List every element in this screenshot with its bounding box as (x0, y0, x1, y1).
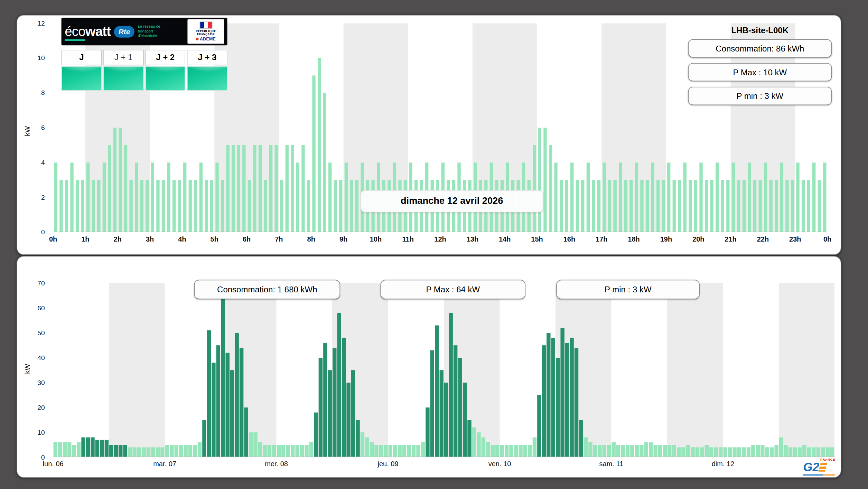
bar (449, 313, 452, 458)
bar (726, 180, 729, 232)
bar (748, 162, 751, 232)
x-tick-label: 11h (402, 236, 414, 243)
bar (560, 180, 563, 232)
bar (70, 162, 73, 232)
bar (184, 445, 187, 457)
bar (272, 445, 276, 457)
bar (533, 438, 536, 458)
bar (97, 180, 100, 232)
bar (662, 180, 665, 232)
bar (314, 413, 318, 458)
bar (587, 162, 590, 232)
y-tick-label: 50 (37, 328, 45, 337)
bar (694, 180, 697, 232)
bar (747, 447, 750, 457)
bar (286, 445, 290, 457)
bar (156, 180, 159, 232)
bar (221, 180, 224, 232)
rte-tagline: Le réseau de transport d'électricité (138, 25, 169, 38)
ecowatt-day-j[interactable]: J (62, 50, 102, 91)
bar (613, 180, 616, 232)
ecowatt-day-j3[interactable]: J + 3 (187, 50, 227, 91)
x-tick-label: 20h (692, 236, 704, 243)
bar (426, 407, 429, 457)
bar (259, 145, 262, 232)
y-tick-label: 70 (37, 279, 45, 288)
bar (232, 145, 235, 232)
bar (668, 445, 671, 457)
bar (543, 128, 547, 232)
bar (188, 445, 192, 457)
bar (128, 447, 132, 457)
x-tick-label: dim. 12 (712, 460, 735, 468)
bar (280, 180, 283, 232)
bar (323, 343, 327, 457)
bar (384, 445, 388, 457)
x-tick-label: 22h (757, 236, 769, 243)
bar (581, 180, 584, 232)
bar (142, 447, 146, 457)
bar (132, 447, 136, 457)
ecowatt-day-j2[interactable]: J + 2 (145, 50, 185, 91)
consumption-badge: Consommation: 86 kWh (688, 39, 832, 58)
ecowatt-day-label: J + 1 (103, 50, 143, 65)
x-tick-label: 23h (789, 236, 801, 243)
bar (579, 420, 583, 457)
bar (608, 180, 611, 232)
bar (723, 447, 727, 457)
bar (689, 180, 692, 232)
bar (242, 145, 245, 232)
bar (764, 162, 767, 232)
bar (137, 447, 141, 457)
bar (183, 162, 186, 232)
bar (732, 162, 735, 232)
y-tick-label: 10 (37, 428, 45, 437)
ecowatt-forecast-image (145, 66, 185, 91)
x-tick-label: 8h (307, 236, 315, 243)
bar (823, 162, 826, 232)
bar (554, 162, 557, 232)
bar (72, 445, 76, 457)
x-tick-label: ven. 10 (488, 460, 511, 468)
background-band (109, 283, 165, 457)
bar (430, 350, 434, 458)
bar (269, 145, 272, 232)
bar (402, 445, 406, 457)
bar (760, 445, 764, 457)
bar (151, 162, 154, 232)
bar (124, 145, 127, 232)
bar (100, 440, 104, 457)
ecowatt-widget: écowatt Rte Le réseau de transport d'éle… (62, 18, 227, 91)
bar (215, 162, 218, 232)
dashboard: kW 024681012 dimanche 12 avril 2026 0h1h… (0, 0, 868, 489)
bar (699, 162, 702, 232)
background-band (779, 283, 834, 457)
bar (616, 445, 620, 457)
bar (482, 438, 485, 458)
date-overlay: dimanche 12 avril 2026 (361, 190, 543, 212)
bar (774, 445, 778, 457)
bar (753, 180, 756, 232)
bar (67, 442, 71, 457)
bar (547, 333, 550, 457)
weekly-chart-canvas (53, 283, 835, 457)
bar (147, 447, 150, 457)
bar (113, 128, 116, 232)
bar (170, 445, 174, 457)
bar (597, 180, 600, 232)
x-axis-ticks: lun. 06mar. 07mer. 08jeu. 09ven. 10sam. … (53, 460, 835, 470)
bar (607, 445, 611, 457)
bar (640, 180, 643, 232)
bar (742, 447, 746, 457)
bar (253, 145, 256, 232)
bar (598, 445, 601, 457)
bar (575, 348, 578, 457)
ecowatt-day-j1[interactable]: J + 1 (103, 50, 143, 91)
x-tick-label: 5h (211, 236, 218, 243)
y-tick-label: 20 (37, 403, 45, 412)
bar (178, 180, 181, 232)
bar (673, 180, 676, 232)
bar (76, 180, 79, 232)
bar (312, 75, 315, 232)
ademe-logo: ADEME (196, 37, 215, 41)
